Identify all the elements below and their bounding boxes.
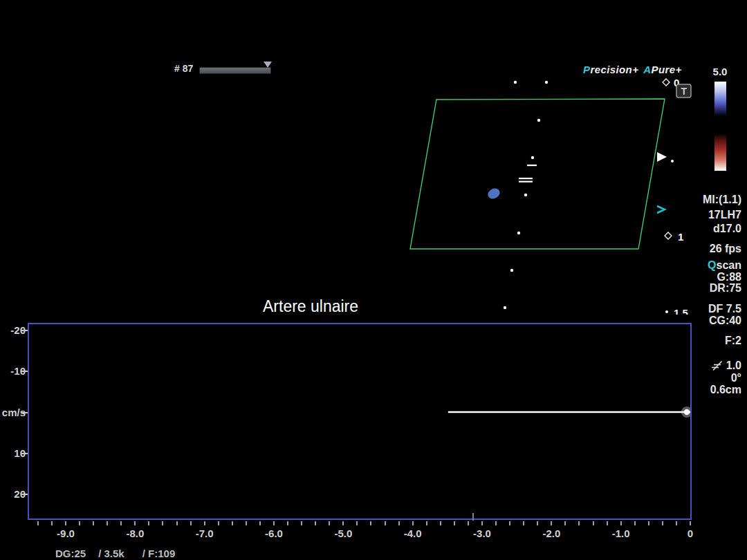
x-axis-tick xyxy=(301,521,302,525)
y-axis-tick xyxy=(21,371,28,372)
x-axis-tick xyxy=(259,521,261,525)
x-axis-label: -1.0 xyxy=(606,528,636,539)
color-scale-bar-away xyxy=(714,133,726,171)
x-axis-tick xyxy=(315,521,316,525)
svg-text:T: T xyxy=(681,86,688,97)
left-shadow xyxy=(365,77,421,315)
spectral-dense-band xyxy=(448,403,690,412)
branding-precision-rest: recision+ xyxy=(590,64,638,75)
x-axis-tick xyxy=(564,521,566,525)
x-axis-tick xyxy=(690,521,691,525)
x-axis-tick xyxy=(370,521,371,525)
x-axis-tick xyxy=(607,521,608,525)
x-axis-tick xyxy=(495,521,497,525)
cine-slider[interactable] xyxy=(199,67,271,74)
x-axis-tick xyxy=(356,521,358,525)
depth-value: d17.0 xyxy=(665,223,741,235)
doppler-spectrum-plot xyxy=(29,324,690,519)
x-axis-tick xyxy=(634,521,636,525)
frame-rate-value: 26 fps xyxy=(665,243,741,255)
x-axis-tick xyxy=(93,521,94,525)
x-axis-tick xyxy=(176,521,178,525)
x-axis-tick xyxy=(134,521,136,525)
x-axis-tick xyxy=(440,521,441,525)
x-axis-tick xyxy=(51,521,53,525)
x-axis-tick xyxy=(662,521,663,525)
x-axis-tick xyxy=(342,521,344,525)
sv-angle-icon xyxy=(711,360,723,371)
branding-apure-prefix: A xyxy=(643,64,651,75)
status-bar: DG:25 / 3.5k / F:109 xyxy=(55,548,175,559)
x-axis-tick xyxy=(385,521,386,525)
ultrasound-screen: # 87 Precision+APure+ xyxy=(0,0,747,560)
x-axis-tick xyxy=(204,521,205,525)
depth-dot-half-icon xyxy=(671,160,674,162)
cine-slider-thumb[interactable] xyxy=(264,62,272,68)
x-axis-tick xyxy=(287,521,288,525)
exam-annotation: Artere ulnaire xyxy=(263,297,358,316)
x-axis-label: -5.0 xyxy=(328,528,358,539)
x-axis-tick xyxy=(412,521,414,525)
x-axis-tick xyxy=(593,521,594,525)
x-axis-tick xyxy=(648,521,649,525)
color-scale-max: 5.0 xyxy=(706,66,734,77)
x-axis-tick xyxy=(218,521,219,525)
x-axis-label: -6.0 xyxy=(259,528,289,539)
dynamic-range-value: DR:75 xyxy=(665,282,741,295)
x-axis-tick xyxy=(537,521,538,525)
x-axis-tick xyxy=(37,521,39,525)
y-axis-tick xyxy=(21,494,28,495)
qscan-label: Qscan xyxy=(665,259,741,272)
doppler-frequency-value: DF 7.5 xyxy=(665,303,741,315)
mi-value: MI:(1.1) xyxy=(665,194,741,206)
spectral-display xyxy=(28,323,692,520)
technology-branding: Precision+APure+ xyxy=(583,64,682,75)
spectral-envelope xyxy=(448,326,690,412)
x-axis-tick xyxy=(468,521,469,525)
x-axis-tick xyxy=(162,521,163,525)
x-axis-label: -2.0 xyxy=(536,528,566,539)
x-axis-tick xyxy=(426,521,427,525)
x-axis-tick xyxy=(481,521,483,525)
x-axis-tick xyxy=(65,521,66,525)
x-axis-tick xyxy=(190,521,192,525)
bmode-image: 0 1 1.5 T xyxy=(365,77,694,315)
x-axis-tick xyxy=(454,521,455,525)
branding-precision-prefix: P xyxy=(583,64,590,75)
color-scale-bar-toward xyxy=(714,82,726,116)
x-axis-tick xyxy=(523,521,524,525)
sweep-marker xyxy=(472,513,474,521)
x-axis-label: -3.0 xyxy=(467,528,497,539)
x-axis-label: -8.0 xyxy=(120,528,150,539)
x-axis-tick xyxy=(676,521,677,525)
x-axis-tick xyxy=(148,521,149,525)
orientation-icon[interactable]: T xyxy=(676,84,691,97)
x-axis-tick xyxy=(120,521,122,525)
x-axis-tick xyxy=(79,521,80,525)
x-axis-tick xyxy=(246,521,247,525)
x-axis-tick xyxy=(329,521,330,525)
x-axis-label: 0 xyxy=(675,528,706,539)
doppler-gain-value: DG:25 xyxy=(55,548,86,559)
x-axis-tick xyxy=(273,521,275,525)
filter-value: / F:109 xyxy=(142,548,176,559)
sv-size-value: 1.0 xyxy=(726,360,741,372)
x-axis-label: -9.0 xyxy=(50,528,81,539)
frame-counter: # 87 xyxy=(174,63,193,74)
x-axis-tick xyxy=(398,521,400,525)
x-axis-label: -4.0 xyxy=(398,528,428,539)
x-axis-label: -7.0 xyxy=(190,528,220,539)
x-axis-tick xyxy=(232,521,233,525)
branding-apure-rest: Pure+ xyxy=(652,64,682,75)
y-axis-tick xyxy=(21,412,28,413)
prf-value: / 3.5k xyxy=(98,548,124,559)
y-axis-tick xyxy=(21,330,28,331)
sweep-cursor-blob xyxy=(684,409,690,415)
y-axis-tick xyxy=(21,453,28,454)
qscan-rest: scan xyxy=(717,259,741,271)
x-axis-tick xyxy=(620,521,622,525)
x-axis-tick xyxy=(551,521,552,525)
qscan-prefix: Q xyxy=(708,259,716,271)
x-axis-tick xyxy=(509,521,510,525)
x-axis-tick xyxy=(578,521,580,525)
